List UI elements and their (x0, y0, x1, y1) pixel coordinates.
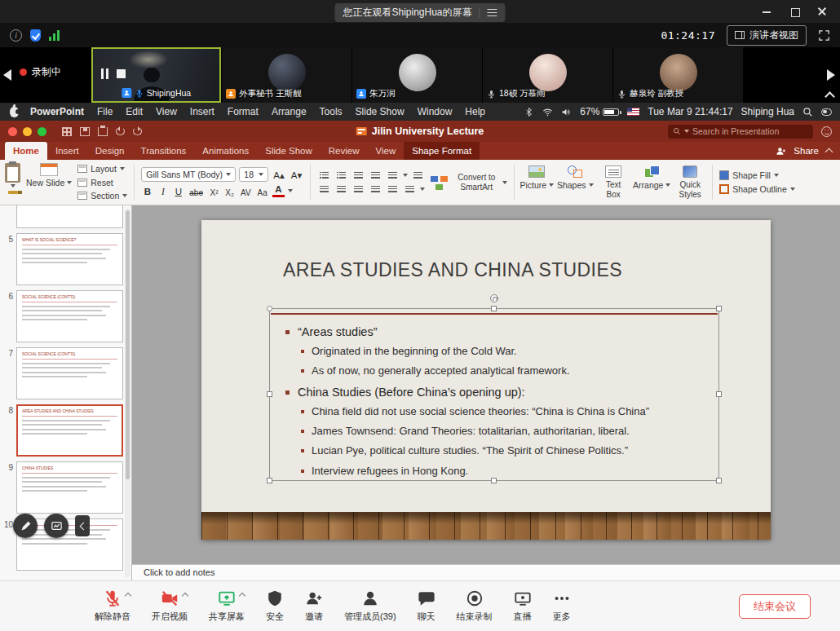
menu-icon[interactable] (488, 9, 497, 16)
line-spacing-button[interactable] (386, 170, 400, 181)
bluetooth-icon[interactable] (524, 107, 534, 117)
tab-insert[interactable]: Insert (47, 142, 87, 160)
menu-item[interactable]: Edit (119, 106, 149, 117)
tab-animations[interactable]: Animations (194, 142, 257, 160)
slide-title[interactable]: AREA STUDIES AND CHINA STUDIES (283, 259, 622, 281)
subscript-button[interactable]: X₂ (223, 184, 236, 197)
pause-recording-button[interactable] (101, 68, 108, 79)
presentation-search[interactable] (668, 125, 813, 139)
chat-button[interactable]: 聊天 (418, 589, 435, 623)
app-menu[interactable]: PowerPoint (24, 106, 91, 117)
unmute-button[interactable]: 解除静音 (95, 589, 130, 623)
new-slide-button[interactable]: New Slide (26, 178, 72, 188)
end-meeting-button[interactable]: 结束会议 (739, 594, 811, 619)
slide-thumbnail[interactable] (2, 205, 123, 228)
start-video-button[interactable]: 开启视频 (152, 589, 188, 623)
volume-icon[interactable] (561, 107, 572, 117)
input-language-flag-icon[interactable] (627, 108, 639, 116)
layout-button[interactable]: Layout (77, 163, 127, 174)
redo-icon[interactable] (133, 127, 142, 135)
print-icon[interactable] (98, 127, 108, 136)
slide-thumbnail[interactable]: 6 SOCIAL SCIENCE (CONT'D) (2, 290, 123, 342)
info-icon[interactable]: i (10, 29, 22, 42)
paste-button[interactable] (5, 163, 20, 183)
tab-view[interactable]: View (368, 142, 405, 160)
font-name-combo[interactable]: Gill Sans MT (Body) (141, 167, 236, 182)
resize-handle[interactable] (716, 306, 722, 311)
menubar-clock[interactable]: Tue Mar 9 21:44:17 (648, 106, 732, 117)
convert-to-smartart-button[interactable]: Convert to SmartArt (454, 173, 498, 192)
increase-indent-button[interactable] (369, 170, 382, 181)
menu-item[interactable]: Slide Show (349, 106, 411, 117)
minimize-traffic-light[interactable] (23, 127, 32, 136)
stop-recording-button[interactable]: 结束录制 (457, 589, 493, 623)
shrink-font-button[interactable]: A▾ (290, 168, 303, 181)
change-case-button[interactable]: Aa (256, 184, 269, 197)
tab-home[interactable]: Home (5, 142, 47, 160)
slide-thumbnail[interactable]: 5 WHAT IS SOCIAL SCIENCE? (2, 233, 123, 285)
menu-item[interactable]: File (91, 106, 119, 117)
tab-shape-format[interactable]: Shape Format (404, 142, 480, 160)
scroll-right-arrow-icon[interactable] (827, 69, 835, 81)
apple-menu-icon[interactable] (10, 107, 19, 117)
resize-handle[interactable] (716, 478, 722, 483)
caret-up-icon[interactable] (239, 593, 245, 599)
font-color-button[interactable]: A (272, 184, 285, 197)
video-tile-shipinghua[interactable]: ShipingHua (91, 47, 221, 103)
shapes-button[interactable]: Shapes (559, 165, 590, 190)
view-grid-icon[interactable] (62, 127, 72, 136)
close-button[interactable] (817, 7, 827, 16)
resize-handle[interactable] (267, 391, 272, 397)
character-spacing-button[interactable]: AV (239, 184, 253, 197)
reset-button[interactable]: Reset (77, 177, 127, 188)
battery-status[interactable]: 67% (580, 106, 619, 117)
font-color-caret-icon[interactable] (288, 189, 293, 192)
stop-recording-button[interactable] (117, 69, 126, 78)
section-button[interactable]: Section (77, 190, 127, 201)
menu-item[interactable]: Insert (183, 106, 221, 117)
menu-item[interactable]: View (149, 106, 183, 117)
menu-item[interactable]: Help (458, 106, 492, 117)
bold-button[interactable]: B (141, 184, 153, 197)
control-center-icon[interactable] (821, 108, 832, 116)
video-tile-wanmuyu[interactable]: 18硕 万慕雨 (483, 47, 612, 103)
font-size-combo[interactable]: 18 (239, 167, 268, 182)
spotlight-search-icon[interactable] (802, 107, 813, 117)
menubar-username[interactable]: Shiping Hua (741, 106, 794, 117)
format-painter-icon[interactable] (8, 191, 18, 194)
selected-text-box[interactable]: “Areas studies” Originated in the beginn… (269, 308, 719, 481)
feedback-smiley-icon[interactable] (821, 126, 832, 137)
live-stream-button[interactable]: 直播 (514, 589, 532, 623)
collapse-strip-icon[interactable] (825, 91, 835, 102)
video-tile-hequanling[interactable]: 赫泉玲 副教授 (613, 47, 743, 103)
align-text-caret-icon[interactable] (420, 188, 425, 191)
zoom-traffic-light[interactable] (38, 127, 46, 136)
video-tile-zhuwanrun[interactable]: 朱万润 (352, 47, 482, 103)
align-center-button[interactable] (334, 183, 348, 195)
resize-handle[interactable] (267, 306, 272, 311)
close-traffic-light[interactable] (8, 127, 17, 136)
underline-button[interactable]: U (172, 184, 184, 197)
protection-shield-icon[interactable] (30, 29, 41, 42)
menu-item[interactable]: Arrange (265, 106, 313, 117)
bullets-button[interactable] (317, 170, 331, 181)
speaker-view-button[interactable]: 演讲者视图 (727, 25, 807, 46)
line-spacing-caret-icon[interactable] (403, 174, 408, 177)
resize-handle[interactable] (491, 478, 497, 483)
more-button[interactable]: 更多 (553, 589, 571, 623)
search-input[interactable] (692, 126, 808, 136)
paste-caret-icon[interactable] (11, 184, 15, 188)
slide-thumbnail[interactable]: 7 SOCIAL SCIENCE (CONT'D) (2, 347, 123, 399)
caret-up-icon[interactable] (125, 593, 131, 599)
columns-button[interactable] (411, 170, 425, 181)
minimize-button[interactable] (762, 7, 771, 16)
arrange-button[interactable]: Arrange (636, 165, 667, 190)
slide-thumbnail[interactable]: 8 AREA STUDIES AND CHINA STUDIES (2, 404, 123, 457)
thumbnail-scrollbar[interactable] (125, 209, 130, 577)
grow-font-button[interactable]: A▴ (272, 168, 285, 181)
search-scope-caret-icon[interactable] (684, 130, 689, 133)
align-right-button[interactable] (351, 183, 365, 195)
save-icon[interactable] (80, 127, 90, 136)
wifi-icon[interactable] (542, 107, 553, 117)
shape-outline-button[interactable]: Shape Outline (719, 183, 795, 195)
